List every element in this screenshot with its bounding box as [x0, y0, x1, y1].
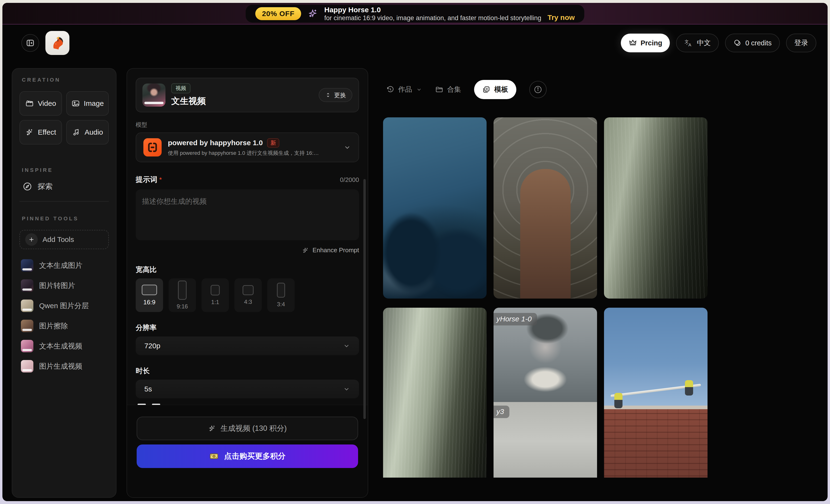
- tab-works[interactable]: 作品: [386, 85, 422, 94]
- ratio-option-16-9[interactable]: 16:9: [136, 278, 163, 312]
- app-logo[interactable]: [45, 31, 69, 55]
- tool-header-text: 视频 文生视频: [171, 83, 206, 107]
- effect-button[interactable]: Effect: [20, 120, 62, 144]
- ratio-option-1-1[interactable]: 1:1: [201, 278, 229, 312]
- tab-collections-label: 合集: [447, 85, 461, 94]
- page-title: 文生视频: [171, 95, 206, 107]
- pinned-tools-list: 文本生成图片 图片转图片 Qwen 图片分层 图片擦除 文本生成视频 图片生成视…: [20, 255, 109, 376]
- buy-credits-button[interactable]: 点击购买更多积分: [137, 444, 358, 468]
- tool-text-to-video[interactable]: 文本生成视频: [20, 336, 109, 356]
- chevron-down-icon: [416, 87, 422, 93]
- audio-button[interactable]: Audio: [66, 120, 109, 144]
- banner-title: Happy Horse 1.0: [324, 6, 541, 14]
- resolution-select[interactable]: 720p: [136, 336, 359, 355]
- image-icon: [71, 99, 80, 108]
- music-note-icon: [72, 128, 81, 137]
- sidebar-divider: [20, 201, 109, 202]
- resolution-value: 720p: [144, 342, 160, 350]
- promo-banner: 20% OFF Happy Horse 1.0 for cinematic 16…: [2, 3, 828, 25]
- tab-templates[interactable]: 模板: [474, 80, 516, 99]
- ratio-label: 1:1: [211, 299, 219, 305]
- history-icon: [386, 86, 394, 94]
- template-thumb-cowgirl-horses[interactable]: [383, 117, 486, 299]
- model-name: powered by happyhorse 1.0: [168, 139, 263, 147]
- tool-image-to-image[interactable]: 图片转图片: [20, 275, 109, 296]
- buy-credits-label: 点击购买更多积分: [224, 451, 286, 462]
- ratio-option-4-3[interactable]: 4:3: [234, 278, 262, 312]
- tool-label: 图片生成视频: [39, 362, 83, 371]
- inspire-section-label: INSPIRE: [20, 167, 109, 173]
- ratio-option-9-16[interactable]: 9:16: [168, 278, 196, 312]
- prompt-input[interactable]: [136, 189, 359, 240]
- ratio-section-label: 宽高比: [136, 265, 359, 275]
- creation-buttons: Video Image Effect Audio: [20, 91, 109, 144]
- enhance-prompt-button[interactable]: Enhance Prompt: [136, 246, 359, 254]
- composer-scrollbar[interactable]: [363, 179, 366, 419]
- credits-button[interactable]: 0 credits: [725, 34, 780, 52]
- folder-icon: [435, 86, 443, 94]
- duration-select[interactable]: 5s: [136, 380, 359, 398]
- video-button[interactable]: Video: [20, 91, 62, 116]
- pricing-button[interactable]: Prcing: [621, 34, 670, 52]
- generate-video-button[interactable]: 生成视频 (130 积分): [137, 417, 358, 440]
- tool-qwen-layers[interactable]: Qwen 图片分层: [20, 296, 109, 316]
- try-now-link[interactable]: Try now: [548, 13, 575, 22]
- coin-icon: [733, 39, 742, 47]
- tool-label: 文本生成图片: [39, 261, 83, 270]
- info-button[interactable]: [529, 81, 547, 98]
- template-thumb-roof-workers[interactable]: [604, 308, 707, 478]
- audio-button-label: Audio: [85, 128, 103, 136]
- aspect-ratio-options: 16:9 9:16 1:1 4:3 3:4: [136, 278, 359, 312]
- template-thumb-rune-warrior[interactable]: [493, 117, 597, 299]
- effect-button-label: Effect: [38, 128, 56, 136]
- sidebar-collapse-button[interactable]: [21, 34, 39, 52]
- tool-thumbnail: [21, 320, 33, 332]
- tool-text-to-image[interactable]: 文本生成图片: [20, 255, 109, 275]
- tool-avatar: [142, 83, 165, 107]
- panel-collapse-icon: [26, 38, 35, 48]
- language-button[interactable]: 文A 中文: [676, 34, 719, 52]
- svg-text:A: A: [689, 42, 692, 47]
- tool-thumbnail: [21, 300, 33, 312]
- add-tools-button[interactable]: Add Tools: [20, 230, 109, 249]
- template-thumb-ice-cave-dark[interactable]: [604, 117, 707, 299]
- plus-icon: [25, 233, 38, 246]
- swap-tool-button[interactable]: 更换: [319, 88, 352, 102]
- tool-label: 图片擦除: [39, 321, 68, 331]
- sidebar-item-explore[interactable]: 探索: [20, 181, 109, 192]
- tab-works-label: 作品: [398, 85, 412, 94]
- model-select-card[interactable]: powered by happyhorse 1.0 新 使用 powered b…: [136, 132, 359, 162]
- tool-thumbnail: [21, 340, 33, 352]
- tool-thumbnail: [21, 279, 33, 292]
- sidebar: CREATION Video Image Effect: [12, 68, 117, 498]
- template-thumb-ice-cave-light[interactable]: [383, 308, 486, 478]
- ratio-shape: [277, 283, 285, 298]
- info-icon: [534, 85, 542, 94]
- ratio-option-3-4[interactable]: 3:4: [267, 278, 295, 312]
- tool-header-card: 视频 文生视频 更换: [136, 78, 359, 112]
- type-badge: 视频: [171, 83, 190, 93]
- ratio-shape: [178, 280, 187, 300]
- banknote-icon: [209, 451, 219, 461]
- enhance-prompt-label: Enhance Prompt: [313, 246, 359, 254]
- template-thumb-woman-in-car[interactable]: yHorse 1-0 y3: [493, 308, 597, 478]
- login-button[interactable]: 登录: [786, 34, 816, 52]
- ratio-shape: [243, 285, 254, 295]
- translate-icon: 文A: [684, 38, 693, 47]
- horse-logo-icon: [49, 34, 66, 52]
- duration-value: 5s: [144, 385, 152, 393]
- crown-icon: [629, 39, 637, 47]
- tool-image-erase[interactable]: 图片擦除: [20, 316, 109, 336]
- tool-image-to-video[interactable]: 图片生成视频: [20, 356, 109, 376]
- duration-section-label: 时长: [136, 366, 359, 376]
- sparkle-icon: [208, 424, 216, 433]
- image-button[interactable]: Image: [66, 91, 109, 116]
- model-description: 使用 powered by happyhorse 1.0 进行文生视频生成，支持…: [168, 149, 322, 157]
- tool-label: 文本生成视频: [39, 341, 83, 351]
- template-icon: [482, 86, 490, 94]
- banner-subtitle: for cinematic 16:9 video, image animatio…: [324, 14, 541, 22]
- tab-collections[interactable]: 合集: [435, 85, 461, 94]
- promo-banner-content[interactable]: 20% OFF Happy Horse 1.0 for cinematic 16…: [246, 5, 584, 23]
- thumb-badge: yHorse 1-0: [493, 313, 537, 326]
- sparkle-icon: [308, 8, 318, 19]
